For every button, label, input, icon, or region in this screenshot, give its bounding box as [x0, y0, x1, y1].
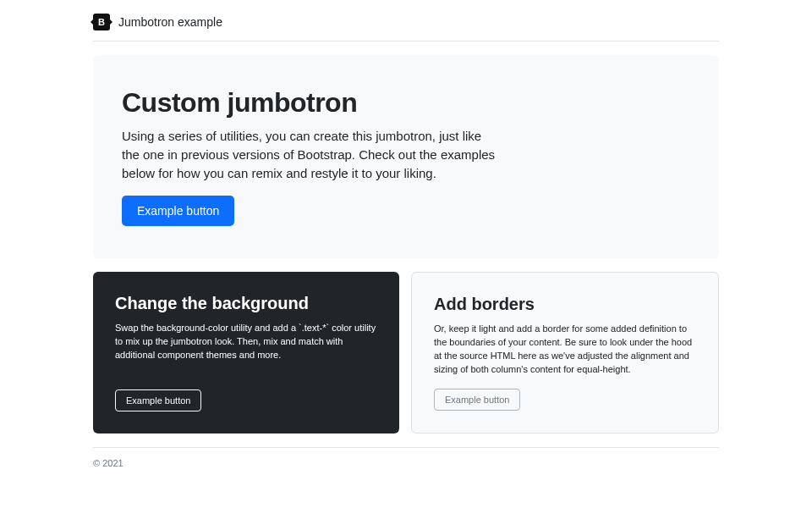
jumbotron-title: Custom jumbotron — [122, 87, 690, 119]
card-change-background: Change the background Swap the backgroun… — [93, 272, 399, 433]
brand-text[interactable]: Jumbotron example — [118, 15, 222, 29]
footer: © 2021 — [93, 447, 719, 468]
card-row: Change the background Swap the backgroun… — [93, 272, 719, 433]
copyright-text: © 2021 — [93, 458, 123, 468]
card-left-body: Swap the background-color utility and ad… — [115, 322, 377, 378]
card-left-title: Change the background — [115, 294, 377, 313]
card-right-body: Or, keep it light and add a border for s… — [434, 323, 696, 377]
card-left-example-button[interactable]: Example button — [115, 389, 201, 411]
logo-letter: B — [98, 17, 105, 27]
jumbotron-body: Using a series of utilities, you can cre… — [122, 127, 498, 182]
bootstrap-logo-icon: B — [93, 14, 110, 30]
card-add-borders: Add borders Or, keep it light and add a … — [411, 272, 719, 433]
jumbotron-example-button[interactable]: Example button — [122, 196, 234, 226]
card-right-title: Add borders — [434, 295, 696, 314]
header: B Jumbotron example — [93, 14, 719, 41]
card-right-example-button[interactable]: Example button — [434, 389, 520, 411]
jumbotron-main: Custom jumbotron Using a series of utili… — [93, 55, 719, 258]
